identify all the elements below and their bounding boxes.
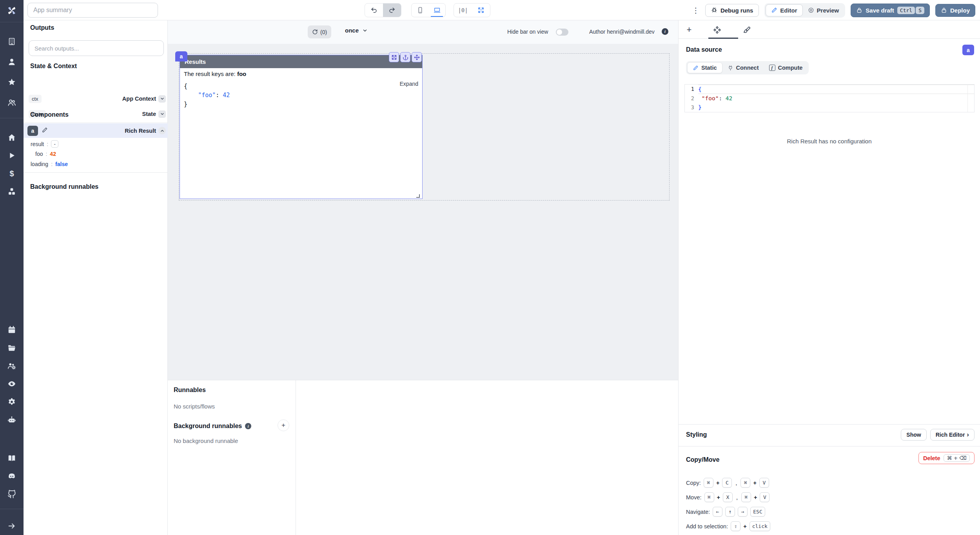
state-expand-button[interactable]: [158, 110, 166, 118]
settings-gear-icon[interactable]: [0, 393, 24, 411]
info-icon[interactable]: i: [662, 28, 668, 35]
component-actions: [389, 52, 422, 62]
add-background-runnable-button[interactable]: +: [278, 419, 289, 431]
editor-tab[interactable]: Editor: [766, 4, 802, 16]
move-component-button[interactable]: [412, 52, 422, 62]
github-icon[interactable]: [0, 485, 24, 503]
ai-robot-icon[interactable]: [0, 411, 24, 429]
component-header[interactable]: Results: [180, 55, 422, 68]
schedules-calendar-icon[interactable]: [0, 321, 24, 339]
runs-play-icon[interactable]: [0, 146, 24, 164]
info-icon[interactable]: i: [245, 423, 251, 429]
workspace-icon[interactable]: [0, 33, 24, 51]
copy-shortcut-row: Copy: ⌘ + C , ⌘ + V: [686, 478, 769, 488]
insert-component-tab[interactable]: +: [684, 25, 694, 35]
component-id-badge[interactable]: a: [962, 45, 974, 55]
hide-bar-toggle[interactable]: [556, 29, 568, 36]
desktop-view-button[interactable]: [428, 4, 445, 17]
expand-component-button[interactable]: [389, 52, 399, 62]
navigate-shortcut-row: Navigate: ← ↑ → ESC: [686, 507, 765, 517]
background-runnables-title: Background runnables: [30, 183, 98, 190]
component-collapse-button[interactable]: [158, 127, 166, 134]
collapse-result-button[interactable]: -: [51, 140, 58, 148]
runnables-title: Runnables: [174, 387, 206, 394]
editor-scrollbar[interactable]: [967, 85, 974, 112]
component-id-badge[interactable]: a: [27, 126, 38, 136]
foo-tree-row: foo : 42: [35, 151, 56, 157]
v-kbd: V: [760, 492, 769, 502]
windmill-logo-icon[interactable]: [0, 0, 24, 21]
app-canvas[interactable]: a Results The result keys are: foo: [168, 44, 678, 380]
rich-result-component[interactable]: Results The result keys are: foo Expand …: [180, 55, 423, 199]
data-source-mode-toggle: Static Connect ƒ Compute: [686, 61, 809, 74]
kebab-menu-icon[interactable]: ⋮: [692, 6, 700, 15]
resize-handle[interactable]: [416, 194, 420, 198]
connect-mode-button[interactable]: Connect: [722, 63, 764, 73]
data-source-code-editor[interactable]: 1 { 2 "foo": 42 3 }: [684, 84, 975, 112]
ctx-type-label: App Context: [122, 96, 156, 102]
workers-users-gear-icon[interactable]: [0, 357, 24, 375]
save-draft-button[interactable]: Save draft CtrlS: [851, 4, 930, 17]
bug-icon: [711, 7, 717, 13]
mobile-view-button[interactable]: [412, 4, 428, 17]
refresh-icon: [312, 29, 318, 35]
ctx-expand-button[interactable]: [158, 95, 166, 103]
show-styling-button[interactable]: Show: [901, 429, 926, 441]
component-settings-tab[interactable]: [712, 25, 722, 35]
debug-runs-button[interactable]: Debug runs: [705, 4, 759, 17]
c-kbd: C: [722, 478, 732, 488]
preview-tab[interactable]: Preview: [803, 5, 844, 16]
favorites-star-icon[interactable]: [0, 73, 24, 91]
static-mode-button[interactable]: Static: [687, 62, 722, 73]
background-runnables-empty-label: No background runnable: [174, 437, 238, 444]
ctx-key-chip[interactable]: ctx: [29, 95, 42, 103]
copy-move-title: Copy/Move: [686, 456, 719, 463]
topbar-actions: ⋮ Debug runs Editor Preview Save draft C…: [692, 3, 975, 18]
canvas-toolbar: (0) once Hide bar on view Author henri@w…: [168, 20, 678, 44]
undo-button[interactable]: [365, 4, 383, 17]
cmd-kbd: ⌘: [741, 492, 751, 502]
refresh-count-button[interactable]: (0): [308, 25, 331, 38]
audit-eye-icon[interactable]: [0, 375, 24, 393]
component-a-row[interactable]: a Rich Result: [24, 123, 168, 138]
folders-icon[interactable]: [0, 339, 24, 357]
component-diamonds-icon: [713, 26, 721, 34]
user-icon[interactable]: [0, 53, 24, 71]
compute-mode-button[interactable]: ƒ Compute: [764, 63, 808, 73]
json-result-viewer: { "foo": 42 }: [184, 82, 418, 109]
search-outputs-input[interactable]: [29, 40, 164, 56]
outputs-panel: Outputs State & Context ctx App Context …: [24, 20, 168, 535]
anchor-component-button[interactable]: [400, 52, 410, 62]
discord-icon[interactable]: [0, 467, 24, 485]
result-key: result: [31, 141, 44, 147]
styling-brush-tab[interactable]: [742, 25, 752, 35]
ctrl-kbd: Ctrl: [897, 7, 915, 14]
sidebar-divider: [0, 22, 24, 22]
hide-bar-label: Hide bar on view: [507, 29, 548, 35]
windmill-app-editor: $: [0, 0, 980, 535]
variables-dollar-icon[interactable]: $: [0, 164, 24, 183]
ctx-row[interactable]: ctx App Context: [24, 93, 168, 104]
click-kbd: click: [750, 521, 770, 531]
background-runnables-heading: Background runnables i: [174, 423, 251, 430]
expand-json-link[interactable]: Expand: [400, 81, 418, 87]
deploy-button[interactable]: Deploy: [935, 4, 975, 17]
styling-section: Styling Show Rich Editor ›: [679, 424, 980, 446]
component-canvas-badge[interactable]: a: [175, 51, 187, 61]
delete-component-button[interactable]: Delete ⌘ + ⌫: [918, 452, 975, 464]
docs-book-icon[interactable]: [0, 449, 24, 467]
foo-key: foo: [35, 151, 43, 157]
fullscreen-button[interactable]: [472, 4, 490, 17]
home-icon[interactable]: [0, 128, 24, 146]
schedule-dropdown[interactable]: once: [345, 27, 368, 34]
app-summary-input[interactable]: [27, 3, 158, 18]
rename-pencil-icon[interactable]: [42, 127, 48, 134]
collapse-arrow-right-icon[interactable]: [0, 517, 24, 535]
groups-icon[interactable]: [0, 94, 24, 112]
resources-boxes-icon[interactable]: [0, 183, 24, 201]
copy-move-section: Copy/Move Delete ⌘ + ⌫ Copy: ⌘ + C , ⌘ +…: [679, 446, 980, 535]
redo-button[interactable]: [383, 4, 401, 17]
rich-editor-button[interactable]: Rich Editor ›: [930, 429, 975, 441]
center-align-button[interactable]: |0|: [454, 4, 472, 17]
no-configuration-label: Rich Result has no configuration: [679, 138, 980, 145]
